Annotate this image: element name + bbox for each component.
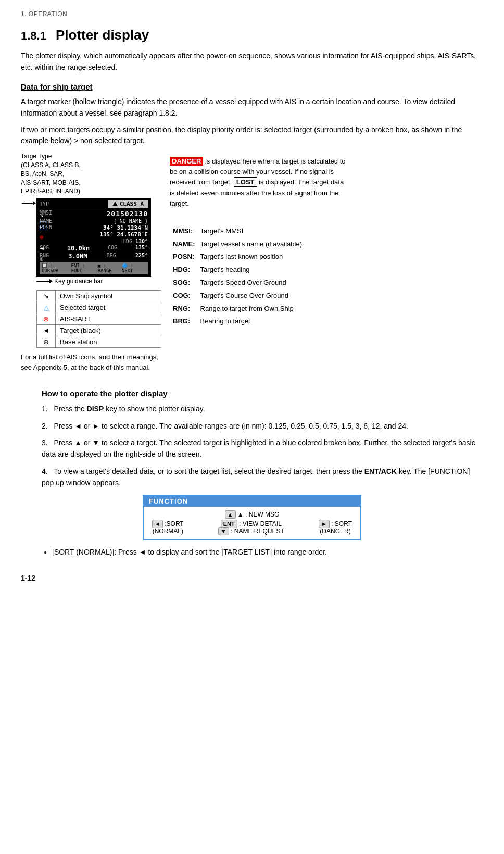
key-guidance-bar-label: Key guidance bar — [54, 278, 103, 285]
step-4: 4. To view a target's detailed data, or … — [42, 466, 483, 489]
bullet-1: [SORT (NORMAL)]: Press ◄ to display and … — [52, 546, 483, 558]
intro-para1: The plotter display, which automatically… — [21, 51, 483, 73]
function-title: FUNCTION — [144, 496, 360, 507]
page-title: Plotter display — [56, 27, 149, 43]
section-number: 1.8.1 — [21, 29, 46, 43]
appendix-note: For a full list of AIS icons, and their … — [21, 352, 161, 372]
step-1: 1. Press the DISP key to show the plotte… — [42, 403, 483, 415]
function-popup-box: FUNCTION ▲ ▲ : NEW MSG ◄ :SORT (NORMAL) … — [143, 495, 361, 540]
how-to-title: How to operate the plotter display — [42, 389, 483, 398]
legend-table: ↘ Own Ship symbol △ Selected target ⊗ AI… — [36, 290, 161, 348]
page-header: 1. OPERATION — [21, 10, 483, 18]
step-3: 3. Press ▲ or ▼ to select a target. The … — [42, 437, 483, 460]
intro-para3: If two or more targets occupy a similar … — [21, 124, 483, 147]
bullet-list: [SORT (NORMAL)]: Press ◄ to display and … — [52, 546, 483, 558]
mmsi-table: MMSI: Target's MMSI NAME: Target vessel'… — [170, 224, 305, 329]
intro-para2: A target marker (hollow triangle) indica… — [21, 96, 483, 119]
section-subtitle-ship-target: Data for ship target — [21, 82, 483, 91]
plotter-display: TYP CLASS A MMSI 201502130 NAME { NO NAM… — [36, 198, 151, 277]
step-2: 2. Press ◄ or ► to select a range. The a… — [42, 420, 483, 432]
lost-label: LOST — [234, 177, 257, 187]
danger-label: DANGER — [170, 157, 203, 166]
danger-description: DANGER is displayed here when a target i… — [170, 156, 347, 209]
page-footer: 1-12 — [21, 574, 483, 582]
target-type-label: Target type (CLASS A, CLASS B, BS, AtoN,… — [21, 152, 161, 196]
